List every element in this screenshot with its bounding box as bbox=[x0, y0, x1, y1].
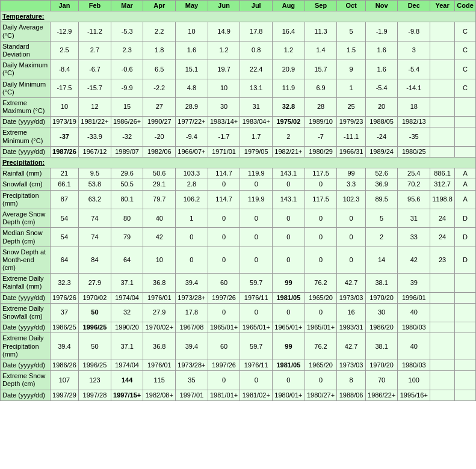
data-cell: 0 bbox=[176, 247, 208, 274]
data-cell: -1.9 bbox=[365, 22, 398, 41]
data-cell: 99 bbox=[337, 168, 365, 179]
data-cell: 9 bbox=[337, 60, 365, 79]
data-cell: 32 bbox=[111, 303, 143, 322]
data-cell: 1966/31 bbox=[337, 146, 365, 157]
data-cell: 1973/28+ bbox=[176, 360, 208, 370]
data-cell: -33.9 bbox=[79, 127, 111, 146]
data-cell: 2 bbox=[273, 127, 305, 146]
data-cell: 74 bbox=[79, 228, 111, 247]
row-label: Daily Maximum (°C) bbox=[1, 60, 51, 79]
data-cell: 59.7 bbox=[240, 333, 273, 360]
data-cell: 1982/06 bbox=[143, 146, 176, 157]
data-cell: 0 bbox=[273, 228, 305, 247]
data-cell: 886.1 bbox=[430, 168, 455, 179]
table-row: Extreme Maximum (°C)1012152728.9303132.8… bbox=[1, 97, 476, 116]
data-cell: 1973/28+ bbox=[176, 292, 208, 303]
data-cell: 10 bbox=[143, 247, 176, 274]
data-cell bbox=[430, 117, 455, 127]
data-cell: -2.2 bbox=[143, 79, 176, 97]
data-cell: 0 bbox=[304, 303, 337, 322]
data-cell: -37 bbox=[50, 127, 78, 146]
data-cell: 80 bbox=[111, 209, 143, 227]
data-cell: 17.8 bbox=[240, 22, 273, 41]
table-row: Date (yyyy/dd)1973/191981/22+1986/26+199… bbox=[1, 117, 476, 127]
data-cell: 0 bbox=[304, 228, 337, 247]
data-cell: 37.1 bbox=[111, 333, 143, 360]
data-cell: 2.3 bbox=[111, 41, 143, 60]
data-cell bbox=[455, 322, 476, 333]
data-cell: 1982/08+ bbox=[143, 390, 176, 400]
data-cell: 1.5 bbox=[337, 41, 365, 60]
data-cell: 16.4 bbox=[273, 22, 305, 41]
data-cell: 52.6 bbox=[365, 168, 398, 179]
row-label: Average Snow Depth (cm) bbox=[1, 209, 51, 227]
data-cell: 2.5 bbox=[50, 41, 78, 60]
data-cell: 107 bbox=[50, 371, 78, 390]
month-header-feb: Feb bbox=[79, 1, 111, 11]
data-cell: 36.8 bbox=[143, 274, 176, 292]
row-label: Extreme Snow Depth (cm) bbox=[1, 371, 51, 390]
data-cell: -9.4 bbox=[176, 127, 208, 146]
data-cell: 123 bbox=[79, 371, 111, 390]
data-cell: A bbox=[455, 179, 476, 190]
data-cell: 11.3 bbox=[304, 22, 337, 41]
data-cell: -9.8 bbox=[398, 22, 430, 41]
data-cell: 1.7 bbox=[240, 127, 273, 146]
data-cell: 0 bbox=[304, 247, 337, 274]
data-cell: 16 bbox=[337, 303, 365, 322]
table-row: Date (yyyy/dd)1997/291997/281997/15+1982… bbox=[1, 390, 476, 400]
data-cell: -9.9 bbox=[111, 79, 143, 97]
data-cell: 1997/01 bbox=[176, 390, 208, 400]
data-cell: 60 bbox=[208, 333, 240, 360]
data-cell: 0 bbox=[208, 228, 240, 247]
data-cell: -5.4 bbox=[398, 60, 430, 79]
data-cell: 11.9 bbox=[273, 79, 305, 97]
data-cell: 59.7 bbox=[240, 274, 273, 292]
data-cell: 1.2 bbox=[273, 41, 305, 60]
month-header-oct: Oct bbox=[337, 1, 365, 11]
data-cell: 1977/22+ bbox=[176, 117, 208, 127]
data-cell: -1.7 bbox=[208, 127, 240, 146]
data-cell: 1.2 bbox=[208, 41, 240, 60]
data-cell: 144 bbox=[111, 371, 143, 390]
data-cell: 33 bbox=[398, 228, 430, 247]
data-cell: 25.4 bbox=[398, 168, 430, 179]
table-row: Precipitation (mm)8763.280.179.7106.2114… bbox=[1, 190, 476, 209]
month-header-may: May bbox=[176, 1, 208, 11]
data-cell: 70.2 bbox=[398, 179, 430, 190]
data-cell: 84 bbox=[79, 247, 111, 274]
data-cell: 14.9 bbox=[208, 22, 240, 41]
data-cell: -5.4 bbox=[365, 79, 398, 97]
data-cell: 1976/26 bbox=[50, 292, 78, 303]
data-cell: 4.8 bbox=[176, 79, 208, 97]
month-header-jun: Jun bbox=[208, 1, 240, 11]
data-cell bbox=[455, 117, 476, 127]
data-cell: 76.2 bbox=[304, 274, 337, 292]
table-row: Daily Average (°C)-12.9-11.2-5.32.21014.… bbox=[1, 22, 476, 41]
data-cell: 1976/01 bbox=[143, 360, 176, 370]
section-label: Precipitation: bbox=[1, 158, 476, 168]
table-row: Extreme Daily Snowfall (cm)37503227.917.… bbox=[1, 303, 476, 322]
data-cell: 0 bbox=[208, 303, 240, 322]
row-label: Date (yyyy/dd) bbox=[1, 360, 51, 370]
data-cell: 1986/20 bbox=[365, 322, 398, 333]
data-cell: 15.7 bbox=[304, 60, 337, 79]
data-cell: 1979/05 bbox=[240, 146, 273, 157]
data-cell: 1976/11 bbox=[240, 360, 273, 370]
data-cell bbox=[430, 292, 455, 303]
data-cell: 1967/08 bbox=[176, 322, 208, 333]
data-cell bbox=[430, 60, 455, 79]
data-cell: -17.5 bbox=[50, 79, 78, 97]
row-label: Date (yyyy/dd) bbox=[1, 146, 51, 157]
data-cell: A bbox=[455, 168, 476, 179]
data-cell: -6.7 bbox=[79, 60, 111, 79]
data-cell: 1965/01+ bbox=[240, 322, 273, 333]
data-cell: 1990/27 bbox=[143, 117, 176, 127]
table-row: Rainfall (mm)219.529.650.6103.3114.7119.… bbox=[1, 168, 476, 179]
data-cell: 1973/03 bbox=[337, 292, 365, 303]
row-label: Snow Depth at Month-end (cm) bbox=[1, 247, 51, 274]
data-cell: 20.9 bbox=[273, 60, 305, 79]
data-cell: 1.6 bbox=[365, 41, 398, 60]
data-cell: 42.7 bbox=[337, 333, 365, 360]
data-cell: 1986/22+ bbox=[365, 390, 398, 400]
